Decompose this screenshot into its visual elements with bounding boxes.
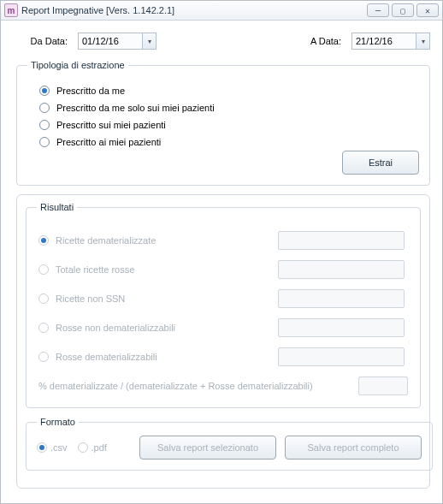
result-value-box [278, 231, 405, 250]
result-label: Rosse non dematerializzabili [56, 323, 278, 333]
from-date-input[interactable]: 01/12/16 ▾ [78, 33, 157, 50]
pct-label: % dematerializzate / (dematerializzate +… [38, 381, 350, 391]
close-button[interactable]: ✕ [416, 3, 439, 17]
radio-icon [38, 294, 49, 304]
formato-pdf: .pdf [78, 442, 107, 453]
radio-icon [38, 323, 49, 333]
result-label: Totale ricette rosse [56, 264, 278, 275]
result-label: Ricette dematerializzate [56, 235, 278, 246]
from-date-value: 01/12/16 [79, 36, 142, 46]
result-row-4: Rosse dematerializzabili [38, 347, 405, 366]
radio-icon [37, 442, 47, 453]
salva-selezionato-button: Salva report selezionato [139, 436, 276, 460]
formato-legend: Formato [37, 417, 79, 427]
result-value-box [278, 289, 405, 308]
tipologia-option-label: Prescritto ai miei pazienti [56, 137, 161, 147]
radio-icon [78, 442, 88, 453]
tipologia-option-label: Prescritto sui miei pazienti [56, 120, 166, 130]
salva-completo-button: Salva report completo [285, 436, 422, 460]
tipologia-option-label: Prescritto da me solo sui miei pazienti [56, 103, 215, 113]
radio-icon [39, 120, 50, 130]
pct-row: % dematerializzate / (dematerializzate +… [38, 377, 408, 395]
to-date-value: 21/12/16 [352, 36, 416, 46]
pct-value-box [358, 377, 408, 395]
tipologia-option-3[interactable]: Prescritto ai miei pazienti [39, 137, 419, 147]
window-title: Report Impegnative [Vers. 1.142.2.1] [21, 5, 174, 15]
tipologia-legend: Tipologia di estrazione [27, 60, 128, 70]
tipologia-option-0[interactable]: Prescritto da me [39, 86, 419, 96]
radio-icon [39, 137, 50, 147]
formato-group: Formato .csv .pdf Salva report seleziona… [26, 417, 433, 471]
result-value-box [278, 347, 405, 366]
tipologia-group: Tipologia di estrazione Prescritto da me… [16, 60, 430, 186]
date-row: Da Data: 01/12/16 ▾ A Data: 21/12/16 ▾ [16, 33, 430, 50]
result-row-0: Ricette dematerializzate [38, 231, 405, 250]
calendar-icon[interactable]: ▾ [416, 33, 429, 49]
titlebar: m Report Impegnative [Vers. 1.142.2.1] ─… [1, 1, 442, 21]
risultati-group: Risultati Ricette dematerializzate Total… [26, 202, 421, 408]
calendar-icon[interactable]: ▾ [142, 33, 156, 49]
to-date-input[interactable]: 21/12/16 ▾ [351, 33, 430, 50]
app-icon: m [4, 3, 18, 17]
result-label: Rosse dematerializzabili [56, 352, 278, 362]
result-label: Ricette non SSN [56, 294, 278, 304]
result-value-box [278, 318, 405, 337]
result-row-2: Ricette non SSN [38, 289, 405, 308]
from-date-label: Da Data: [16, 36, 68, 46]
minimize-button[interactable]: ─ [367, 3, 389, 17]
tipologia-option-2[interactable]: Prescritto sui miei pazienti [39, 120, 419, 130]
window: m Report Impegnative [Vers. 1.142.2.1] ─… [0, 0, 443, 504]
formato-csv-label: .csv [50, 442, 68, 453]
risultati-legend: Risultati [37, 202, 77, 212]
radio-icon [39, 86, 50, 96]
content: Da Data: 01/12/16 ▾ A Data: 21/12/16 ▾ T… [1, 21, 442, 497]
radio-icon [39, 103, 50, 113]
tipologia-option-1[interactable]: Prescritto da me solo sui miei pazienti [39, 103, 419, 113]
results-panel: Risultati Ricette dematerializzate Total… [16, 194, 430, 489]
result-value-box [278, 260, 405, 279]
formato-pdf-label: .pdf [92, 442, 107, 453]
formato-radios: .csv .pdf [37, 442, 131, 453]
tipologia-option-label: Prescritto da me [56, 86, 125, 96]
radio-icon [38, 352, 49, 362]
result-row-3: Rosse non dematerializzabili [38, 318, 405, 337]
radio-icon [38, 235, 49, 246]
estrai-button[interactable]: Estrai [342, 151, 419, 175]
maximize-button[interactable]: ▢ [392, 3, 414, 17]
result-row-1: Totale ricette rosse [38, 260, 405, 279]
to-date-label: A Data: [298, 36, 341, 46]
radio-icon [38, 264, 49, 275]
formato-csv: .csv [37, 442, 68, 453]
